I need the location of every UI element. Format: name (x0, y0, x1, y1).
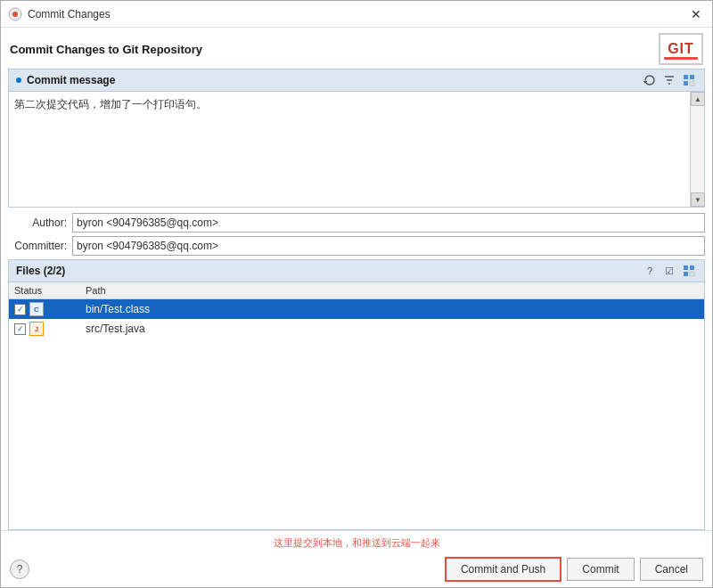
files-header-icons: ? ☑ (642, 263, 697, 279)
filter-icon[interactable] (661, 72, 677, 88)
window-header: Commit Changes to Git Repository GIT (1, 28, 712, 69)
help-icon[interactable]: ? (10, 559, 29, 579)
commit-message-title: Commit message (27, 74, 115, 86)
files-table-container: Status Path ✓Cbin/Test.class✓Jsrc/Test.j… (8, 282, 705, 530)
commit-message-toolbar (642, 72, 697, 88)
title-bar: Commit Changes ✕ (1, 1, 712, 28)
section-indicator (16, 78, 21, 83)
files-check-icon[interactable]: ☑ (661, 263, 677, 279)
git-logo: GIT (659, 33, 703, 65)
title-bar-title: Commit Changes (28, 8, 111, 20)
svg-rect-12 (690, 272, 694, 276)
author-row: Author: (8, 213, 705, 233)
file-checkbox[interactable]: ✓ (14, 323, 26, 335)
footer-buttons: ? Commit and Push Commit Cancel (10, 557, 703, 582)
footer-annotation: 这里提交到本地，和推送到云端一起来 (10, 536, 703, 550)
files-header: Files (2/2) ? ☑ (8, 259, 705, 282)
col-path: Path (80, 282, 704, 299)
java-icon: J (29, 322, 44, 336)
svg-rect-11 (684, 272, 688, 276)
svg-rect-10 (690, 265, 694, 270)
file-checkbox[interactable]: ✓ (14, 304, 26, 315)
files-table-header: Status Path (9, 282, 704, 299)
files-section: Files (2/2) ? ☑ (8, 259, 705, 530)
svg-point-1 (12, 12, 18, 17)
refresh-icon[interactable] (642, 72, 658, 88)
svg-rect-5 (684, 75, 688, 79)
close-button[interactable]: ✕ (687, 7, 705, 21)
scroll-track (691, 106, 704, 192)
title-bar-left: Commit Changes (8, 7, 111, 21)
commit-message-header: Commit message (8, 69, 705, 92)
window-icon (8, 7, 22, 21)
svg-rect-7 (684, 81, 688, 86)
table-row[interactable]: ✓Jsrc/Test.java (9, 319, 704, 339)
commit-button[interactable]: Commit (567, 558, 634, 581)
message-scrollbar[interactable]: ▲ ▼ (690, 92, 704, 207)
class-icon: C (29, 302, 44, 316)
committer-row: Committer: (8, 236, 705, 256)
author-label: Author: (8, 216, 72, 229)
commit-message-input[interactable] (9, 92, 704, 207)
committer-input[interactable] (72, 236, 705, 256)
scroll-up-arrow[interactable]: ▲ (691, 92, 705, 106)
git-logo-line (664, 57, 698, 60)
committer-label: Committer: (8, 240, 72, 252)
svg-rect-6 (690, 75, 694, 79)
footer: 这里提交到本地，和推送到云端一起来 ? Commit and Push Comm… (1, 530, 712, 587)
svg-rect-8 (690, 81, 694, 86)
file-path: bin/Test.class (80, 299, 704, 320)
table-row[interactable]: ✓Cbin/Test.class (9, 299, 704, 320)
file-path: src/Test.java (80, 319, 704, 339)
col-status: Status (9, 282, 80, 299)
grid-icon[interactable] (681, 72, 697, 88)
cancel-button[interactable]: Cancel (640, 558, 703, 581)
scroll-down-arrow[interactable]: ▼ (691, 192, 705, 207)
files-help-icon[interactable]: ? (642, 263, 658, 279)
commit-and-push-button[interactable]: Commit and Push (445, 557, 561, 582)
files-title: Files (2/2) (16, 265, 65, 277)
svg-rect-9 (684, 265, 688, 270)
files-grid-icon[interactable] (681, 263, 697, 279)
author-input[interactable] (72, 213, 705, 233)
content-area: Commit message (1, 69, 712, 530)
files-table: Status Path ✓Cbin/Test.class✓Jsrc/Test.j… (9, 282, 704, 339)
page-title: Commit Changes to Git Repository (10, 43, 202, 56)
main-window: Commit Changes ✕ Commit Changes to Git R… (0, 0, 713, 588)
commit-message-container: ▲ ▼ (8, 92, 705, 208)
